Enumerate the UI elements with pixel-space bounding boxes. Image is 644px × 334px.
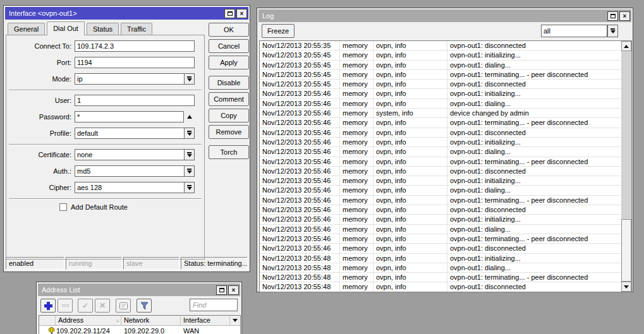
log-row[interactable]: Nov/12/2013 20:55:48 memory ovpn, info o… [260, 254, 621, 263]
column-label: Address [58, 316, 83, 325]
log-row[interactable]: Nov/12/2013 20:55:48 memory ovpn, info o… [260, 282, 621, 292]
log-row[interactable]: Nov/12/2013 20:55:48 memory ovpn, info o… [260, 273, 621, 282]
log-row[interactable]: Nov/12/2013 20:55:46 memory ovpn, info o… [260, 147, 621, 157]
maximize-button[interactable] [224, 9, 235, 18]
log-titlebar[interactable]: Log × [258, 9, 631, 22]
log-time: Nov/12/2013 20:55:46 [260, 118, 340, 128]
filter-button[interactable] [137, 299, 152, 313]
enable-button[interactable]: ✓ [78, 299, 93, 313]
close-icon: × [623, 13, 627, 20]
disable-button[interactable]: Disable [209, 76, 249, 90]
separator [9, 198, 202, 200]
log-row[interactable]: Nov/12/2013 20:55:46 memory ovpn, info o… [260, 157, 621, 167]
log-row[interactable]: Nov/12/2013 20:55:46 memory ovpn, info o… [260, 167, 621, 176]
log-row[interactable]: Nov/12/2013 20:55:46 memory ovpn, info o… [260, 244, 621, 253]
certificate-dropdown-button[interactable] [184, 149, 195, 160]
comment-button[interactable] [116, 299, 131, 313]
log-filter-dropdown-button[interactable] [607, 25, 618, 37]
copy-button[interactable]: Copy [209, 109, 249, 122]
auth-select[interactable] [75, 165, 184, 177]
log-time: Nov/12/2013 20:55:48 [260, 254, 340, 263]
mode-select[interactable] [75, 73, 184, 85]
log-message: ovpn-out1: dialing... [447, 225, 621, 234]
user-input[interactable] [75, 95, 195, 106]
log-row[interactable]: Nov/12/2013 20:55:45 memory ovpn, info o… [260, 80, 621, 89]
cancel-button[interactable]: Cancel [209, 39, 249, 53]
dropdown-icon [187, 76, 192, 81]
auth-dropdown-button[interactable] [184, 165, 195, 177]
log-row[interactable]: Nov/12/2013 20:55:46 memory ovpn, info o… [260, 196, 621, 205]
freeze-button[interactable]: Freeze [262, 24, 295, 38]
profile-dropdown-button[interactable] [184, 128, 195, 139]
address-list-titlebar[interactable]: Address List × [38, 283, 240, 296]
certificate-select[interactable] [75, 149, 184, 160]
log-buffer: memory [340, 51, 374, 60]
log-row[interactable]: Nov/12/2013 20:55:46 memory ovpn, info o… [260, 99, 621, 109]
remove-button[interactable]: Remove [209, 125, 249, 139]
comment-button[interactable]: Comment [209, 92, 249, 106]
maximize-button[interactable] [607, 11, 618, 21]
password-input[interactable] [75, 111, 184, 122]
log-row[interactable]: Nov/12/2013 20:55:46 memory ovpn, info o… [260, 225, 621, 234]
log-message: device changed by admin [447, 109, 621, 118]
ok-button[interactable]: OK [209, 23, 249, 37]
log-row[interactable]: Nov/12/2013 20:55:45 memory ovpn, info o… [260, 61, 621, 70]
log-row[interactable]: Nov/12/2013 20:55:35 memory ovpn, info o… [260, 41, 621, 51]
log-row[interactable]: Nov/12/2013 20:55:46 memory ovpn, info o… [260, 205, 621, 215]
add-address-button[interactable] [40, 299, 56, 313]
column-options-button[interactable] [230, 316, 240, 326]
port-input[interactable] [75, 57, 195, 68]
torch-button[interactable]: Torch [209, 145, 249, 159]
log-row[interactable]: Nov/12/2013 20:55:46 memory ovpn, info o… [260, 118, 621, 128]
log-row[interactable]: Nov/12/2013 20:55:46 memory ovpn, info o… [260, 138, 621, 147]
log-row[interactable]: Nov/12/2013 20:55:46 memory ovpn, info o… [260, 215, 621, 224]
network-column-header[interactable]: Network [121, 316, 181, 326]
log-row[interactable]: Nov/12/2013 20:55:46 memory ovpn, info o… [260, 128, 621, 138]
log-row[interactable]: Nov/12/2013 20:55:46 memory ovpn, info o… [260, 186, 621, 195]
log-time: Nov/12/2013 20:55:46 [260, 89, 340, 98]
log-row[interactable]: Nov/12/2013 20:55:45 memory ovpn, info o… [260, 51, 621, 60]
find-input[interactable] [190, 299, 238, 311]
profile-select[interactable] [75, 128, 184, 139]
scroll-down-button[interactable] [621, 282, 631, 292]
window-title: Log [262, 12, 607, 20]
connect-to-input[interactable] [75, 40, 195, 52]
tab-status[interactable]: Status [87, 23, 119, 35]
scrollbar-thumb[interactable] [621, 219, 631, 282]
log-buffer: memory [340, 109, 374, 118]
log-scrollbar[interactable] [621, 41, 631, 292]
log-row[interactable]: Nov/12/2013 20:55:45 memory ovpn, info o… [260, 70, 621, 80]
cipher-dropdown-button[interactable] [184, 182, 195, 193]
tab-dial-out[interactable]: Dial Out [47, 21, 85, 35]
apply-button[interactable]: Apply [209, 56, 249, 69]
log-filter-input[interactable] [541, 25, 607, 37]
log-row[interactable]: Nov/12/2013 20:55:48 memory ovpn, info o… [260, 263, 621, 273]
close-button[interactable]: × [619, 11, 630, 21]
address-column-header[interactable]: Address▵ [56, 316, 121, 326]
cipher-select[interactable] [75, 182, 184, 193]
tab-general[interactable]: General [8, 23, 45, 35]
password-reveal-button[interactable] [184, 111, 195, 122]
arrow-down-icon [624, 285, 629, 289]
scroll-up-button[interactable] [621, 41, 631, 51]
maximize-button[interactable] [216, 285, 227, 295]
filter-funnel-icon [140, 302, 149, 310]
log-row[interactable]: Nov/12/2013 20:55:46 memory ovpn, info o… [260, 89, 621, 98]
mode-dropdown-button[interactable] [184, 73, 195, 85]
interface-dialog-titlebar[interactable]: Interface <ovpn-out1> × [5, 7, 248, 20]
tab-traffic[interactable]: Traffic [121, 23, 152, 35]
address-row[interactable]: 109.202.29.11/24 109.202.29.0 WAN [39, 326, 240, 334]
icon-column-header[interactable] [39, 316, 56, 326]
log-row[interactable]: Nov/12/2013 20:55:46 memory system, info… [260, 109, 621, 118]
log-message: ovpn-out1: initializing... [447, 89, 621, 98]
close-button[interactable]: × [228, 285, 239, 295]
log-buffer: memory [340, 167, 374, 176]
add-default-route-checkbox[interactable] [59, 203, 67, 211]
interface-column-header[interactable]: Interface [181, 316, 230, 326]
disable-button[interactable]: ✕ [95, 299, 110, 313]
close-button[interactable]: × [236, 9, 247, 18]
log-row[interactable]: Nov/12/2013 20:55:46 memory ovpn, info o… [260, 234, 621, 244]
log-row[interactable]: Nov/12/2013 20:55:46 memory ovpn, info o… [260, 176, 621, 186]
remove-address-button[interactable] [58, 299, 73, 313]
log-topics: ovpn, info [374, 128, 447, 138]
